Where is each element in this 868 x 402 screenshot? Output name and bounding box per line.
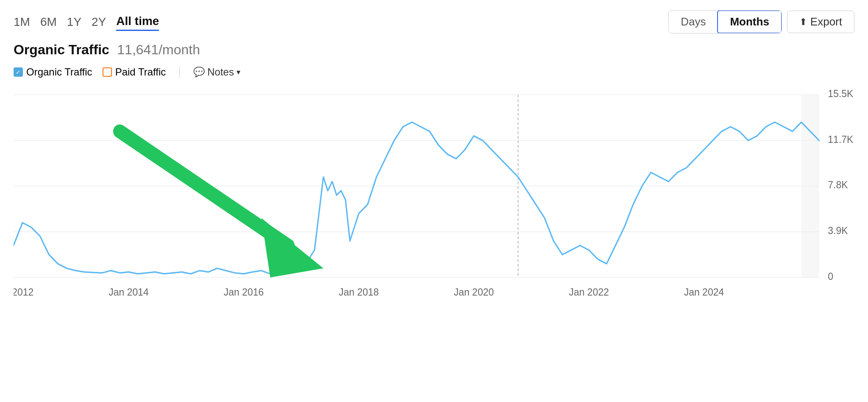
svg-text:Jan 2014: Jan 2014	[108, 287, 149, 298]
svg-text:Jan 2018: Jan 2018	[339, 287, 379, 298]
paid-traffic-legend[interactable]: Paid Traffic	[103, 66, 166, 78]
notes-chevron-icon: ▾	[236, 67, 240, 77]
export-label: Export	[810, 15, 842, 28]
annotation-arrow	[120, 131, 323, 278]
months-toggle[interactable]: Months	[717, 10, 782, 34]
legend: ✓ Organic Traffic Paid Traffic 💬 Notes ▾	[14, 66, 854, 78]
svg-text:Jan 2024: Jan 2024	[684, 287, 724, 298]
filter-2y[interactable]: 2Y	[92, 14, 106, 31]
paid-traffic-label: Paid Traffic	[115, 66, 166, 78]
time-filters: 1M 6M 1Y 2Y All time	[14, 13, 159, 31]
filter-6m[interactable]: 6M	[40, 14, 57, 31]
paid-traffic-checkbox[interactable]	[103, 67, 112, 77]
svg-text:Jan 2022: Jan 2022	[569, 287, 609, 298]
svg-text:0: 0	[828, 271, 833, 282]
notes-button[interactable]: 💬 Notes ▾	[193, 66, 240, 78]
svg-text:Jan 2012: Jan 2012	[14, 287, 33, 298]
svg-rect-6	[801, 95, 819, 278]
svg-text:15.5K: 15.5K	[828, 88, 853, 99]
metric-value: 11,641/month	[117, 42, 200, 57]
organic-traffic-checkbox[interactable]: ✓	[14, 67, 23, 77]
view-toggle-group: Days Months	[668, 10, 782, 34]
svg-text:3.9K: 3.9K	[828, 225, 848, 236]
filter-1y[interactable]: 1Y	[67, 14, 81, 31]
svg-line-19	[120, 131, 288, 246]
svg-text:Jan 2020: Jan 2020	[454, 287, 494, 298]
right-controls: Days Months ⬆ Export	[668, 10, 854, 34]
metric-title: Organic Traffic	[14, 42, 109, 57]
organic-traffic-label: Organic Traffic	[26, 66, 92, 78]
chart-svg: 15.5K 11.7K 7.8K 3.9K 0 Jan 2012 Jan 201…	[14, 86, 854, 323]
svg-text:11.7K: 11.7K	[828, 134, 853, 145]
notes-label: Notes	[207, 66, 234, 78]
filter-1m[interactable]: 1M	[14, 14, 30, 31]
toolbar: 1M 6M 1Y 2Y All time Days Months ⬆ Expor…	[14, 10, 854, 34]
svg-text:7.8K: 7.8K	[828, 179, 848, 190]
notes-icon: 💬	[193, 67, 205, 78]
export-button[interactable]: ⬆ Export	[787, 11, 854, 33]
filter-all-time[interactable]: All time	[116, 13, 159, 31]
days-toggle[interactable]: Days	[669, 11, 718, 33]
svg-marker-20	[262, 218, 323, 277]
legend-divider	[179, 66, 180, 78]
organic-traffic-legend[interactable]: ✓ Organic Traffic	[14, 66, 92, 78]
chart-container: 15.5K 11.7K 7.8K 3.9K 0 Jan 2012 Jan 201…	[14, 86, 854, 323]
export-icon: ⬆	[799, 17, 807, 28]
svg-text:Jan 2016: Jan 2016	[224, 287, 264, 298]
metric-header: Organic Traffic 11,641/month	[14, 42, 854, 58]
